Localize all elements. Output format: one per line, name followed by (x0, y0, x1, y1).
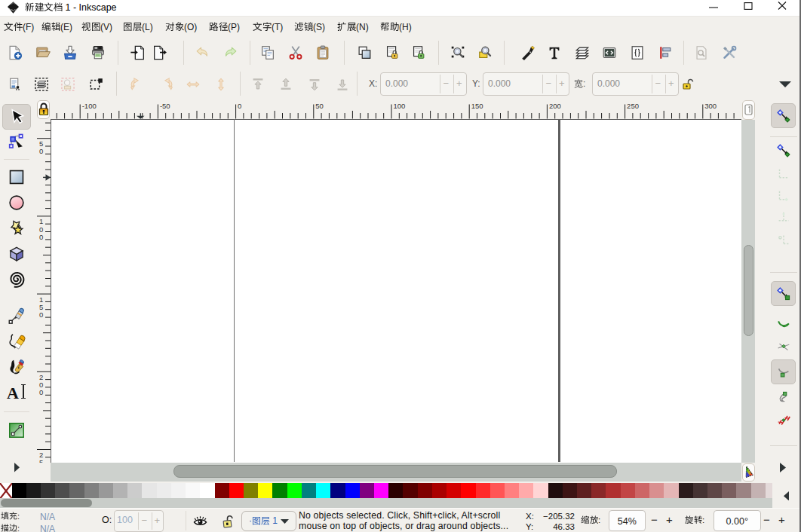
svg-text:-50: -50 (160, 102, 170, 110)
svg-text:200: 200 (549, 102, 561, 110)
svg-text:250: 250 (627, 102, 639, 110)
svg-text:0: 0 (39, 310, 43, 319)
svg-text:50: 50 (315, 102, 324, 110)
svg-text:5: 5 (39, 458, 43, 462)
svg-text:150: 150 (471, 102, 483, 110)
svg-text:0: 0 (238, 102, 241, 110)
svg-text:300: 300 (704, 102, 717, 110)
svg-text:0: 0 (39, 147, 43, 155)
svg-text:0: 0 (39, 388, 43, 396)
svg-text:0: 0 (39, 233, 43, 241)
svg-text:100: 100 (394, 102, 406, 110)
svg-text:-100: -100 (82, 102, 97, 110)
